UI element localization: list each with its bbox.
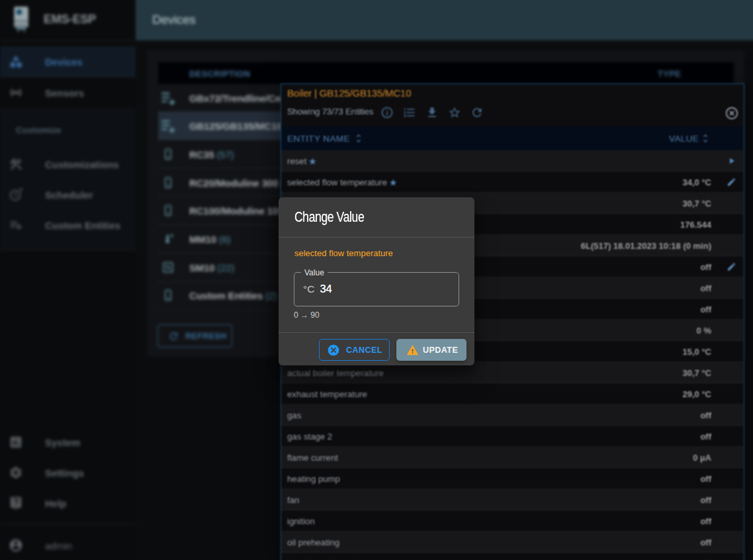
svg-text:A: A xyxy=(170,232,174,239)
